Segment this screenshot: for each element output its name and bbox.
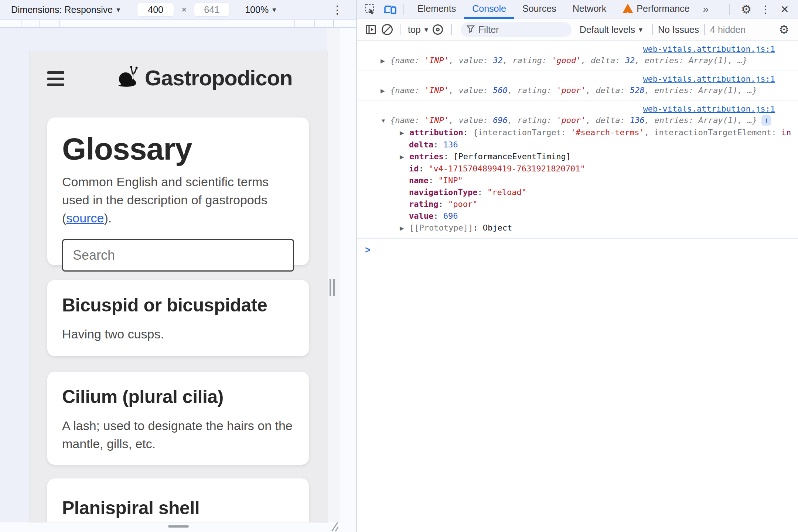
viewport-resize-handle-right[interactable] <box>330 279 335 296</box>
glossary-card: Glossary Common English and scientific t… <box>47 117 309 265</box>
close-devtools-icon[interactable]: ✕ <box>777 1 793 17</box>
tab-sources[interactable]: Sources <box>514 0 565 19</box>
zoom-selector[interactable]: 100% ▾ <box>245 4 276 15</box>
glossary-description: Common English and scientific terms used… <box>62 173 294 227</box>
site-logo: Gastropodicon <box>115 64 292 91</box>
source-link[interactable]: source <box>66 211 104 225</box>
console-messages: web-vitals.attribution.js:1 ▶{name: 'INP… <box>357 41 798 532</box>
clear-console-icon[interactable] <box>379 21 395 38</box>
filter-funnel-icon <box>467 24 475 35</box>
viewport-resize-handle-corner[interactable] <box>327 521 338 532</box>
search-input[interactable]: Search <box>62 239 294 272</box>
console-message-expanded: web-vitals.attribution.js:1 ▼{name: 'INP… <box>357 101 798 239</box>
multiply-label: × <box>181 4 187 15</box>
expand-arrow-icon[interactable]: ▶ <box>400 222 409 234</box>
source-link[interactable]: web-vitals.attribution.js:1 <box>643 44 775 54</box>
chevron-down-icon: ▾ <box>272 5 276 14</box>
issues-counter[interactable]: No Issues <box>658 24 699 35</box>
expand-arrow-icon[interactable]: ▶ <box>400 127 409 139</box>
device-toolbar: Dimensions: Responsive ▾ 400 × 641 100% … <box>0 0 356 19</box>
expand-arrow-icon[interactable]: ▶ <box>381 55 390 67</box>
glossary-title: Glossary <box>62 132 294 166</box>
zoom-value: 100% <box>245 4 269 15</box>
prompt-chevron-icon: > <box>365 245 371 255</box>
entry-title: Bicuspid or bicuspidate <box>62 295 294 316</box>
expand-arrow-icon[interactable]: ▶ <box>381 85 390 97</box>
collapse-arrow-icon[interactable]: ▼ <box>381 115 390 127</box>
settings-gear-icon[interactable]: ⚙ <box>738 1 754 17</box>
console-filter-input[interactable]: Filter <box>461 22 572 37</box>
tab-console[interactable]: Console <box>464 0 514 19</box>
hamburger-menu-icon[interactable] <box>47 71 64 86</box>
warning-icon: ! <box>623 4 633 13</box>
toggle-device-toolbar-icon[interactable] <box>382 1 398 17</box>
console-toolbar: top ▾ Filter Default levels ▾ No Issues <box>357 19 798 41</box>
device-height-input[interactable]: 641 <box>194 3 229 17</box>
device-width-input[interactable]: 400 <box>137 3 174 17</box>
ruler <box>0 19 356 28</box>
screen: Dimensions: Responsive ▾ 400 × 641 100% … <box>0 0 798 532</box>
inspect-element-icon[interactable] <box>362 1 378 17</box>
page-viewport: Gastropodicon Glossary Common English an… <box>30 51 327 522</box>
entry-title: Cilium (plural cilia) <box>62 386 294 407</box>
live-expression-eye-icon[interactable] <box>430 21 446 38</box>
expand-arrow-icon[interactable]: ▶ <box>400 151 409 163</box>
chevron-down-icon: ▾ <box>639 25 642 34</box>
search-placeholder: Search <box>73 248 115 263</box>
glossary-entry-card: Bicuspid or bicuspidate Having two cusps… <box>47 280 309 356</box>
entry-title: Planispiral shell <box>62 498 294 518</box>
source-link[interactable]: web-vitals.attribution.js:1 <box>643 74 775 83</box>
console-settings-gear-icon[interactable]: ⚙ <box>776 21 792 38</box>
chevron-down-icon: ▾ <box>116 5 120 14</box>
glossary-entry-card: Cilium (plural cilia) A lash; used to de… <box>47 372 309 465</box>
tab-network[interactable]: Network <box>565 0 615 19</box>
hidden-messages-count[interactable]: 4 hidden <box>710 24 746 35</box>
chevron-down-icon: ▾ <box>424 25 428 34</box>
console-sidebar-icon[interactable] <box>363 21 379 38</box>
devtools-menu-icon[interactable]: ⋮ <box>757 1 774 17</box>
javascript-context-selector[interactable]: top ▾ <box>408 24 428 35</box>
more-tabs-icon[interactable]: » <box>698 3 714 15</box>
site-title: Gastropodicon <box>145 65 292 90</box>
log-levels-selector[interactable]: Default levels ▾ <box>580 24 642 35</box>
devtools-panel: Elements Console Sources Network ! Perfo… <box>356 0 798 532</box>
device-canvas: Gastropodicon Glossary Common English an… <box>0 28 356 532</box>
source-link[interactable]: web-vitals.attribution.js:1 <box>643 104 775 113</box>
tab-performance[interactable]: ! Performance <box>614 0 698 19</box>
filter-placeholder: Filter <box>478 24 499 35</box>
device-toolbar-menu-icon[interactable]: ⋮ <box>332 3 343 16</box>
console-message: web-vitals.attribution.js:1 ▶{name: 'INP… <box>357 71 798 101</box>
entry-body: A lash; used to designate the hairs on t… <box>62 417 294 453</box>
devtools-tabbar: Elements Console Sources Network ! Perfo… <box>357 0 798 19</box>
console-prompt[interactable]: > <box>357 239 798 255</box>
glossary-entry-card: Planispiral shell <box>47 478 309 522</box>
viewport-resize-handle-bottom[interactable] <box>168 525 189 528</box>
dimensions-selector[interactable]: Dimensions: Responsive <box>11 4 113 15</box>
snail-logo-icon <box>115 64 140 91</box>
tab-elements[interactable]: Elements <box>409 0 464 19</box>
device-emulation-panel: Dimensions: Responsive ▾ 400 × 641 100% … <box>0 0 356 532</box>
info-icon[interactable]: i <box>761 115 771 126</box>
console-message: web-vitals.attribution.js:1 ▶{name: 'INP… <box>357 41 798 71</box>
entry-body: Having two cusps. <box>62 325 294 343</box>
